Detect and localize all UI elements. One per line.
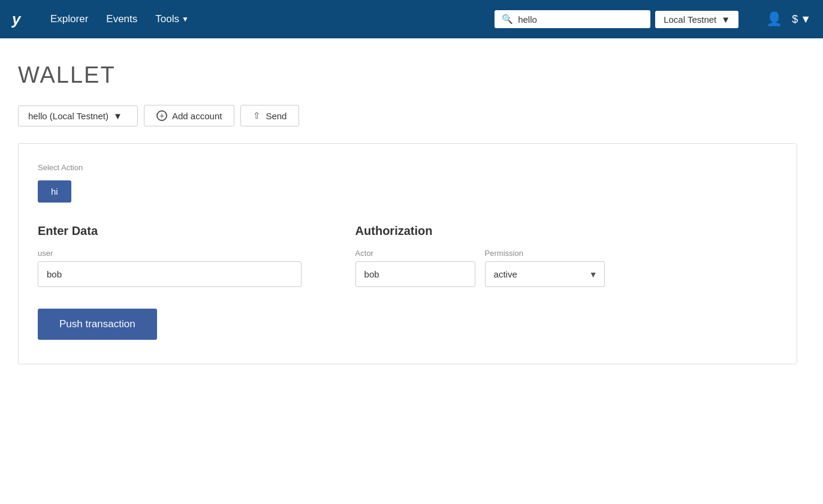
search-icon: 🔍	[502, 14, 513, 25]
dollar-button[interactable]: $ ▼	[792, 13, 811, 26]
navbar: y Explorer Events Tools ▼ 🔍 Local Testne…	[0, 0, 823, 38]
nav-events[interactable]: Events	[106, 11, 137, 28]
dollar-sign: $	[792, 13, 798, 26]
actor-input[interactable]	[355, 261, 475, 287]
network-selector[interactable]: Local Testnet ▼	[655, 11, 738, 28]
add-account-icon: +	[156, 110, 167, 121]
authorization-section: Authorization Actor Permission active ow…	[355, 224, 777, 287]
select-action-label: Select Action	[38, 163, 777, 172]
search-input[interactable]	[518, 14, 643, 25]
send-button[interactable]: ⇧ Send	[240, 105, 299, 126]
send-icon: ⇧	[253, 110, 261, 121]
add-account-label: Add account	[172, 111, 222, 121]
add-account-button[interactable]: + Add account	[144, 105, 234, 126]
nav-tools-label: Tools	[155, 13, 179, 25]
account-selector-label: hello (Local Testnet)	[28, 111, 108, 121]
account-dropdown-icon: ▼	[113, 111, 122, 121]
dollar-dropdown-icon: ▼	[800, 13, 811, 26]
search-box-container: 🔍	[495, 10, 650, 28]
auth-field-group: Actor Permission active owner ▼	[355, 249, 777, 287]
navbar-right: 👤 $ ▼	[766, 11, 811, 27]
form-section: Enter Data user Authorization Actor Perm…	[38, 224, 777, 287]
page-title: WALLET	[18, 62, 805, 88]
authorization-title: Authorization	[355, 224, 777, 238]
user-icon[interactable]: 👤	[766, 11, 782, 27]
network-label: Local Testnet	[664, 14, 716, 25]
actor-field-col: Actor	[355, 249, 475, 287]
tools-dropdown-icon: ▼	[182, 15, 189, 23]
search-area: 🔍 Local Testnet ▼	[495, 10, 738, 28]
page-content: WALLET hello (Local Testnet) ▼ + Add acc…	[0, 38, 823, 504]
enter-data-title: Enter Data	[38, 224, 319, 238]
brand-logo: y	[12, 10, 26, 29]
toolbar: hello (Local Testnet) ▼ + Add account ⇧ …	[18, 105, 805, 126]
user-field-group: user	[38, 249, 319, 287]
network-dropdown-icon: ▼	[721, 14, 730, 25]
send-label: Send	[266, 111, 287, 121]
action-hi-button[interactable]: hi	[38, 180, 71, 203]
permission-label: Permission	[485, 249, 605, 258]
enter-data-section: Enter Data user	[38, 224, 319, 287]
permission-select[interactable]: active owner	[485, 261, 605, 287]
user-input[interactable]	[38, 261, 302, 287]
user-label: user	[38, 249, 319, 258]
permission-select-wrapper: active owner ▼	[485, 261, 605, 287]
account-selector[interactable]: hello (Local Testnet) ▼	[18, 105, 138, 126]
permission-field-col: Permission active owner ▼	[485, 249, 605, 287]
actor-label: Actor	[355, 249, 475, 258]
nav-explorer[interactable]: Explorer	[50, 11, 88, 28]
nav-tools[interactable]: Tools ▼	[155, 13, 189, 25]
action-card: Select Action hi Enter Data user Authori…	[18, 143, 797, 364]
push-transaction-button[interactable]: Push transaction	[38, 309, 157, 340]
